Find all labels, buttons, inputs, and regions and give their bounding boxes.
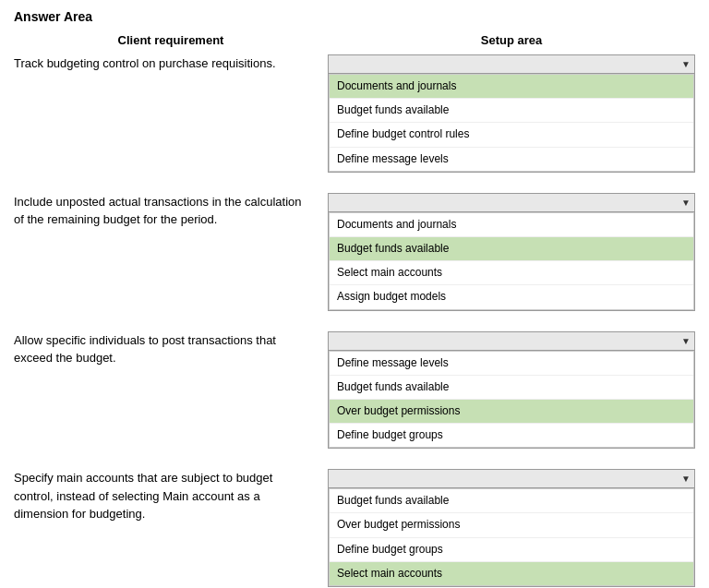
client-text-4: Specify main accounts that are subject t… (14, 469, 328, 523)
dropdown-arrow-3[interactable]: ▼ (681, 336, 691, 346)
dropdown-3[interactable]: ▼Define message levelsBudget funds avail… (328, 331, 695, 450)
option-4-1[interactable]: Budget funds available (330, 489, 693, 513)
option-2-1[interactable]: Documents and journals (330, 213, 693, 237)
option-1-3[interactable]: Define budget control rules (330, 123, 693, 147)
client-text-1: Track budgeting control on purchase requ… (14, 54, 328, 73)
setup-area-3: ▼Define message levelsBudget funds avail… (328, 331, 695, 451)
option-3-4[interactable]: Define budget groups (330, 424, 693, 447)
option-3-1[interactable]: Define message levels (330, 352, 693, 376)
dropdown-arrow-1[interactable]: ▼ (681, 59, 691, 69)
setup-area-2: ▼Documents and journalsBudget funds avai… (328, 193, 695, 313)
dropdown-1[interactable]: ▼Documents and journalsBudget funds avai… (328, 54, 695, 173)
setup-area-4: ▼Budget funds availableOver budget permi… (328, 469, 695, 588)
client-header: Client requirement (14, 33, 328, 47)
dropdown-arrow-4[interactable]: ▼ (681, 474, 691, 484)
option-2-4[interactable]: Assign budget models (330, 285, 693, 308)
client-text-3: Allow specific individuals to post trans… (14, 331, 328, 367)
client-text-2: Include unposted actual transactions in … (14, 193, 328, 229)
setup-area-1: ▼Documents and journalsBudget funds avai… (328, 54, 695, 174)
option-1-2[interactable]: Budget funds available (330, 99, 693, 123)
dropdown-4[interactable]: ▼Budget funds availableOver budget permi… (328, 469, 695, 587)
question-row-3: Allow specific individuals to post trans… (14, 331, 695, 451)
option-3-3[interactable]: Over budget permissions (330, 400, 693, 424)
dropdown-2[interactable]: ▼Documents and journalsBudget funds avai… (328, 193, 695, 311)
option-3-2[interactable]: Budget funds available (330, 376, 693, 400)
dropdown-arrow-2[interactable]: ▼ (681, 198, 691, 208)
question-row-2: Include unposted actual transactions in … (14, 193, 695, 313)
option-4-4[interactable]: Select main accounts (330, 562, 693, 585)
question-row-1: Track budgeting control on purchase requ… (14, 54, 695, 174)
setup-header: Setup area (328, 33, 695, 47)
option-1-1[interactable]: Documents and journals (330, 75, 693, 99)
answer-area-title: Answer Area (14, 9, 695, 24)
question-row-4: Specify main accounts that are subject t… (14, 469, 695, 588)
option-4-2[interactable]: Over budget permissions (330, 513, 693, 537)
option-4-3[interactable]: Define budget groups (330, 538, 693, 562)
option-2-2[interactable]: Budget funds available (330, 237, 693, 261)
option-1-4[interactable]: Define message levels (330, 148, 693, 171)
option-2-3[interactable]: Select main accounts (330, 261, 693, 285)
